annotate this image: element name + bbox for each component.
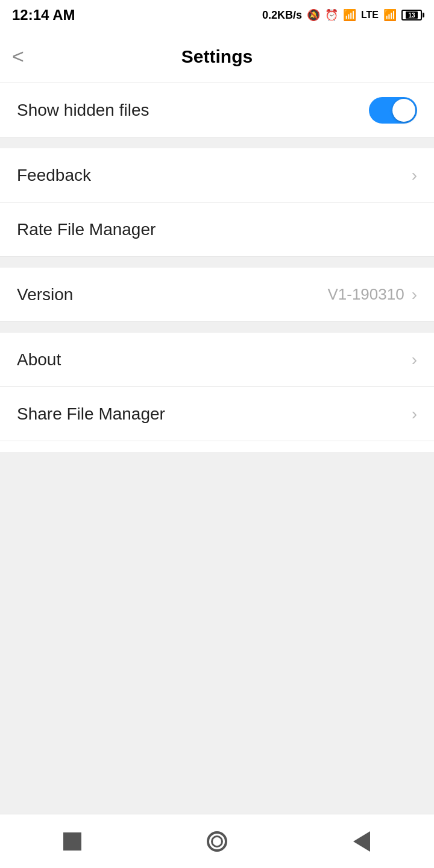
nav-square-button[interactable] <box>54 823 90 860</box>
section-divider-3 <box>0 322 434 333</box>
show-hidden-files-label: Show hidden files <box>17 101 149 120</box>
share-file-manager-label: Share File Manager <box>17 404 165 424</box>
feedback-right: › <box>412 166 417 185</box>
settings-row-about[interactable]: About › <box>0 333 434 387</box>
about-right: › <box>412 350 417 370</box>
page-header: < Settings <box>0 30 434 83</box>
status-bar: 12:14 AM 0.2KB/s 🔕 ⏰ 📶 LTE 📶 13 <box>0 0 434 30</box>
alarm-icon: ⏰ <box>325 8 338 22</box>
share-file-manager-right: › <box>412 404 417 424</box>
settings-row-feedback[interactable]: Feedback › <box>0 148 434 203</box>
feedback-label: Feedback <box>17 166 91 185</box>
circle-icon <box>207 831 227 852</box>
show-hidden-files-toggle[interactable] <box>369 97 417 124</box>
section-divider-1 <box>0 137 434 148</box>
about-label: About <box>17 350 61 370</box>
nav-back-button[interactable] <box>344 823 380 860</box>
settings-row-version[interactable]: Version V1-190310 › <box>0 268 434 322</box>
mute-icon: 🔕 <box>307 8 320 22</box>
wifi-icon: 📶 <box>383 8 397 22</box>
battery-level: 13 <box>408 12 415 19</box>
about-chevron: › <box>412 350 417 370</box>
feedback-chevron: › <box>412 166 417 185</box>
settings-row-show-hidden-files[interactable]: Show hidden files <box>0 83 434 137</box>
back-triangle-icon <box>353 831 370 852</box>
settings-list: Show hidden files Feedback › Rate File M… <box>0 83 434 452</box>
battery-icon: 13 <box>401 10 422 20</box>
square-icon <box>63 832 81 851</box>
settings-row-share-file-manager[interactable]: Share File Manager › <box>0 387 434 441</box>
back-button[interactable]: < <box>12 45 42 68</box>
lte-icon: LTE <box>361 10 379 20</box>
version-chevron: › <box>412 285 417 304</box>
signal-icon: 📶 <box>343 8 356 22</box>
section-divider-2 <box>0 257 434 268</box>
empty-area <box>0 452 434 814</box>
nav-home-button[interactable] <box>199 823 235 860</box>
status-speed: 0.2KB/s <box>262 9 302 22</box>
toggle-knob <box>392 99 415 122</box>
rate-file-manager-label: Rate File Manager <box>17 220 156 239</box>
version-label: Version <box>17 285 73 304</box>
status-time: 12:14 AM <box>12 7 75 24</box>
page-title: Settings <box>181 46 253 67</box>
status-icons: 0.2KB/s 🔕 ⏰ 📶 LTE 📶 13 <box>262 8 422 22</box>
version-value: V1-190310 <box>327 285 404 304</box>
version-right: V1-190310 › <box>327 285 417 304</box>
bottom-nav <box>0 814 434 868</box>
share-file-manager-chevron: › <box>412 404 417 424</box>
settings-row-rate-file-manager[interactable]: Rate File Manager <box>0 203 434 257</box>
